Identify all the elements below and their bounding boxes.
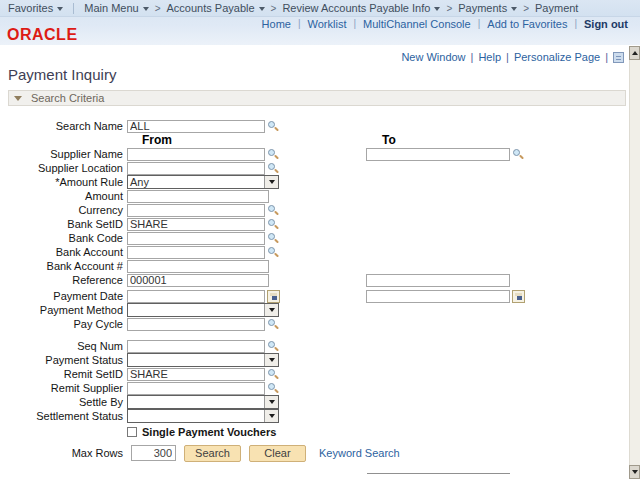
remit-setid-label: Remit SetID xyxy=(0,368,127,380)
bank-account-input[interactable] xyxy=(127,246,265,259)
form-row: Seq Num xyxy=(0,339,628,353)
form-row: Settlement Status xyxy=(0,409,628,423)
sign-out-button[interactable]: Sign out xyxy=(584,18,628,30)
currency-lookup-icon[interactable] xyxy=(267,204,279,216)
breadcrumb-label: Favorites xyxy=(8,2,53,14)
clear-button[interactable]: Clear xyxy=(249,445,306,462)
multichannel-console-link[interactable]: MultiChannel Console xyxy=(363,18,471,30)
remit-setid-lookup-icon[interactable] xyxy=(267,368,279,380)
payment-date-label: Payment Date xyxy=(0,290,127,302)
breadcrumb-review-ap-info[interactable]: Review Accounts Payable Info xyxy=(282,2,440,14)
dropdown-arrow-icon[interactable] xyxy=(264,176,278,188)
amount-rule-select[interactable]: Any xyxy=(127,175,279,189)
breadcrumb: Favorites Main Menu > Accounts Payable >… xyxy=(0,0,640,17)
reference-from-input[interactable] xyxy=(127,274,269,287)
single-payment-vouchers-checkbox[interactable] xyxy=(127,427,137,437)
home-link[interactable]: Home xyxy=(262,18,291,30)
breadcrumb-separator: > xyxy=(155,3,161,14)
settle-by-select[interactable] xyxy=(127,395,279,409)
form-row: Bank Account # xyxy=(0,259,628,273)
collapse-triangle-icon[interactable] xyxy=(14,96,22,101)
scroll-down-icon[interactable] xyxy=(629,465,640,479)
dropdown-arrow-icon[interactable] xyxy=(264,396,278,408)
form-row: Bank Code xyxy=(0,231,628,245)
seq-num-lookup-icon[interactable] xyxy=(267,340,279,352)
checkbox-row: Single Payment Vouchers xyxy=(0,425,628,439)
supplier-name-to-lookup-icon[interactable] xyxy=(512,148,524,160)
payment-status-select[interactable] xyxy=(127,353,279,367)
new-window-link[interactable]: New Window xyxy=(401,51,465,63)
breadcrumb-favorites[interactable]: Favorites xyxy=(8,2,63,14)
supplier-location-input[interactable] xyxy=(127,162,265,175)
link-separator: | xyxy=(605,51,608,63)
selected-value xyxy=(128,410,264,422)
form-row: Payment Date xyxy=(0,289,628,303)
copy-url-icon[interactable] xyxy=(613,52,624,63)
breadcrumb-main-menu[interactable]: Main Menu xyxy=(84,2,148,14)
bank-code-input[interactable] xyxy=(127,232,265,245)
search-button[interactable]: Search xyxy=(184,445,241,462)
bank-code-label: Bank Code xyxy=(0,232,127,244)
breadcrumb-separator: > xyxy=(271,3,277,14)
selected-value xyxy=(128,304,264,316)
supplier-location-lookup-icon[interactable] xyxy=(267,162,279,174)
supplier-name-lookup-icon[interactable] xyxy=(267,148,279,160)
breadcrumb-label: Review Accounts Payable Info xyxy=(282,2,430,14)
vertical-scrollbar[interactable] xyxy=(629,46,640,479)
help-link[interactable]: Help xyxy=(478,51,501,63)
form-row: Payment Status xyxy=(0,353,628,367)
payment-date-to-calendar-icon[interactable] xyxy=(512,290,525,303)
payment-status-label: Payment Status xyxy=(0,354,127,366)
selected-value xyxy=(128,354,264,366)
dropdown-arrow-icon[interactable] xyxy=(264,304,278,316)
search-name-lookup-icon[interactable] xyxy=(267,120,279,132)
form-row: Payment Method xyxy=(0,303,628,317)
remit-supplier-input[interactable] xyxy=(127,382,265,395)
supplier-name-from-input[interactable] xyxy=(127,148,265,161)
reference-to-input[interactable] xyxy=(366,274,510,287)
currency-input[interactable] xyxy=(127,204,265,217)
bank-code-lookup-icon[interactable] xyxy=(267,232,279,244)
worklist-link[interactable]: Worklist xyxy=(308,18,347,30)
pay-cycle-lookup-icon[interactable] xyxy=(267,318,279,330)
personalize-page-link[interactable]: Personalize Page xyxy=(514,51,600,63)
pay-cycle-input[interactable] xyxy=(127,318,265,331)
amount-input[interactable] xyxy=(127,190,269,203)
breadcrumb-accounts-payable[interactable]: Accounts Payable xyxy=(167,2,265,14)
supplier-name-to-input[interactable] xyxy=(366,148,510,161)
payment-date-to-input[interactable] xyxy=(366,290,510,303)
dropdown-arrow-icon[interactable] xyxy=(264,410,278,422)
bank-account-number-input[interactable] xyxy=(127,260,269,273)
settlement-status-select[interactable] xyxy=(127,409,279,423)
breadcrumb-separator: > xyxy=(523,3,529,14)
settle-by-label: Settle By xyxy=(0,396,127,408)
search-name-input[interactable] xyxy=(127,120,265,133)
max-rows-input[interactable] xyxy=(131,445,176,461)
form-row: Bank SetID xyxy=(0,217,628,231)
bank-setid-input[interactable] xyxy=(127,218,265,231)
seq-num-input[interactable] xyxy=(127,340,265,353)
breadcrumb-label: Accounts Payable xyxy=(167,2,255,14)
dropdown-arrow-icon[interactable] xyxy=(264,354,278,366)
bank-setid-lookup-icon[interactable] xyxy=(267,218,279,230)
max-rows-label: Max Rows xyxy=(0,447,127,459)
actions-row: Max Rows Search Clear Keyword Search xyxy=(0,444,628,462)
remit-setid-input[interactable] xyxy=(127,368,265,381)
oracle-logo: ORACLE xyxy=(7,26,78,44)
link-separator: | xyxy=(478,18,481,29)
remit-supplier-lookup-icon[interactable] xyxy=(267,382,279,394)
payment-date-from-input[interactable] xyxy=(127,290,265,303)
chevron-down-icon xyxy=(57,7,63,11)
add-to-favorites-link[interactable]: Add to Favorites xyxy=(487,18,567,30)
page-title: Payment Inquiry xyxy=(8,66,116,83)
supplier-location-label: Supplier Location xyxy=(0,162,127,174)
payment-method-select[interactable] xyxy=(127,303,279,317)
payment-date-from-calendar-icon[interactable] xyxy=(267,290,280,303)
section-title: Search Criteria xyxy=(31,92,104,104)
bank-account-lookup-icon[interactable] xyxy=(267,246,279,258)
form-row: Supplier Name xyxy=(0,147,628,161)
link-separator: | xyxy=(471,51,474,63)
breadcrumb-payments[interactable]: Payments xyxy=(458,2,517,14)
keyword-search-link[interactable]: Keyword Search xyxy=(319,447,400,459)
scroll-up-icon[interactable] xyxy=(629,46,640,60)
